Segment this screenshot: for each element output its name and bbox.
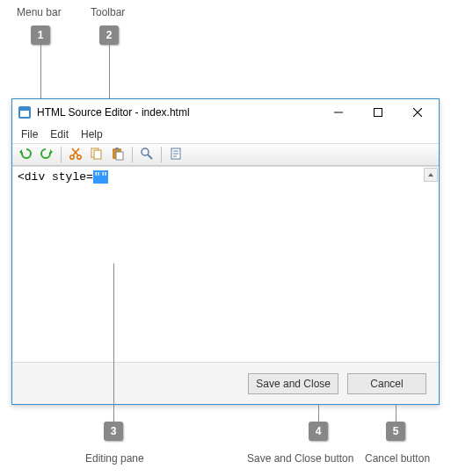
paste-button[interactable]	[108, 145, 127, 164]
code-selection: ""	[93, 170, 109, 184]
copy-icon	[90, 147, 104, 163]
editing-pane[interactable]: <div style=""	[12, 166, 439, 362]
scroll-up-button[interactable]	[424, 168, 438, 182]
redo-icon	[40, 147, 54, 163]
svg-rect-4	[374, 109, 382, 117]
undo-icon	[18, 147, 33, 163]
callout-label-toolbar: Toolbar	[91, 6, 125, 18]
callout-marker-2: 2	[99, 25, 119, 45]
cancel-button[interactable]: Cancel	[347, 373, 426, 394]
maximize-button[interactable]	[358, 100, 397, 125]
button-bar: Save and Close Cancel	[12, 362, 439, 404]
svg-rect-12	[94, 150, 101, 159]
undo-button[interactable]	[16, 145, 35, 164]
svg-rect-14	[115, 148, 119, 150]
toolbar	[12, 143, 439, 166]
callout-label-cancel-button: Cancel button	[365, 452, 430, 465]
cut-button[interactable]	[66, 145, 85, 164]
svg-line-17	[148, 155, 152, 159]
callout-label-menubar: Menu bar	[17, 6, 62, 18]
toolbar-separator	[161, 147, 162, 162]
callout-label-save-button: Save and Close button	[247, 452, 353, 465]
svg-line-10	[72, 148, 78, 155]
svg-rect-15	[116, 152, 123, 160]
search-icon	[140, 147, 154, 163]
callout-marker-1: 1	[31, 25, 50, 45]
callout-label-editing-pane: Editing pane	[85, 452, 144, 465]
code-line: <div style=""	[18, 170, 433, 184]
cut-icon	[69, 147, 83, 163]
toolbar-separator	[132, 147, 133, 162]
toolbar-separator	[61, 147, 62, 162]
save-and-close-button[interactable]: Save and Close	[248, 373, 338, 394]
app-window: HTML Source Editor - index.html File Edi…	[11, 98, 440, 405]
menubar: File Edit Help	[12, 126, 439, 143]
titlebar: HTML Source Editor - index.html	[12, 99, 439, 126]
menu-help[interactable]: Help	[76, 126, 108, 142]
close-button[interactable]	[397, 100, 437, 125]
window-controls	[318, 100, 437, 125]
callout-line	[113, 263, 114, 422]
find-button[interactable]	[137, 145, 156, 164]
menu-file[interactable]: File	[16, 126, 43, 142]
redo-button[interactable]	[37, 145, 56, 164]
svg-point-16	[142, 148, 149, 155]
paste-icon	[111, 147, 125, 163]
callout-marker-4: 4	[309, 422, 328, 441]
menu-edit[interactable]: Edit	[45, 126, 74, 142]
wordwrap-icon	[169, 147, 183, 163]
callout-line	[40, 45, 41, 99]
minimize-button[interactable]	[318, 100, 358, 125]
callout-line	[318, 404, 319, 422]
app-icon	[18, 105, 32, 119]
svg-rect-2	[20, 108, 29, 111]
callout-marker-3: 3	[104, 422, 123, 441]
window-title: HTML Source Editor - index.html	[37, 106, 318, 119]
callout-marker-5: 5	[386, 422, 405, 441]
svg-line-9	[73, 148, 79, 155]
copy-button[interactable]	[87, 145, 106, 164]
wordwrap-button[interactable]	[166, 145, 185, 164]
callout-line	[396, 404, 396, 422]
code-text: <div style=	[18, 170, 93, 184]
